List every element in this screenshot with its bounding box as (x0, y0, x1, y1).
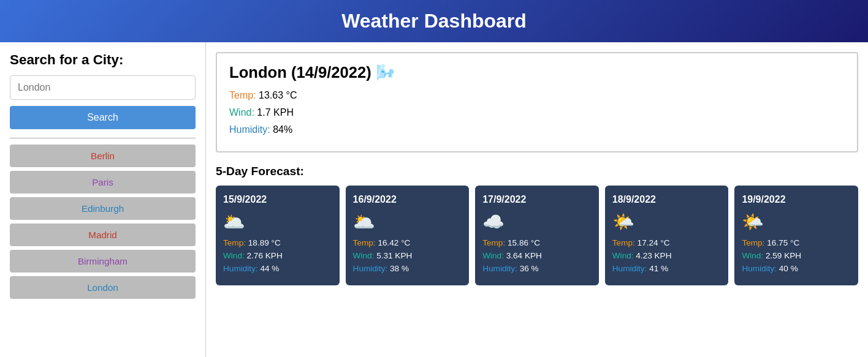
forecast-wind-value: 2.76 KPH (247, 251, 283, 260)
humidity-value: 84% (273, 124, 292, 135)
forecast-card: 19/9/2022 🌤️ Temp: 16.75 °C Wind: 2.59 K… (734, 186, 858, 285)
forecast-wind: Wind: 5.31 KPH (353, 251, 462, 260)
forecast-grid: 15/9/2022 🌥️ Temp: 18.89 °C Wind: 2.76 K… (216, 186, 858, 285)
current-weather-box: London (14/9/2022) 🌬️ Temp: 13.63 °C Win… (216, 52, 858, 152)
forecast-humidity-label: Humidity: (742, 264, 779, 273)
humidity-label: Humidity: (229, 124, 270, 135)
forecast-card: 18/9/2022 🌤️ Temp: 17.24 °C Wind: 4.23 K… (605, 186, 729, 285)
forecast-date: 19/9/2022 (742, 194, 851, 205)
sidebar: Search for a City: Search BerlinParisEdi… (0, 42, 206, 357)
forecast-date: 17/9/2022 (482, 194, 592, 205)
forecast-wind-value: 2.59 KPH (766, 251, 801, 260)
forecast-humidity: Humidity: 41 % (612, 264, 721, 273)
forecast-date: 18/9/2022 (612, 194, 721, 205)
city-list: BerlinParisEdinburghMadridBirminghamLond… (10, 145, 196, 299)
current-wind: Wind: 1.7 KPH (229, 107, 845, 118)
forecast-humidity-value: 41 % (649, 264, 668, 273)
app-header: Weather Dashboard (0, 0, 868, 42)
forecast-humidity-label: Humidity: (482, 264, 519, 273)
search-button[interactable]: Search (10, 106, 196, 129)
main-layout: Search for a City: Search BerlinParisEdi… (0, 42, 868, 357)
city-button[interactable]: Edinburgh (10, 197, 196, 220)
wind-value: 1.7 KPH (257, 107, 294, 118)
city-button[interactable]: Paris (10, 171, 196, 194)
forecast-date: 15/9/2022 (223, 194, 332, 205)
forecast-humidity: Humidity: 40 % (742, 264, 851, 273)
forecast-temp: Temp: 16.42 °C (353, 238, 462, 247)
forecast-wind-label: Wind: (612, 251, 636, 260)
forecast-icon: 🌥️ (223, 211, 332, 232)
forecast-humidity: Humidity: 44 % (223, 264, 332, 273)
forecast-temp-value: 16.42 °C (378, 238, 410, 247)
forecast-temp-label: Temp: (742, 238, 767, 247)
main-content: London (14/9/2022) 🌬️ Temp: 13.63 °C Win… (206, 42, 868, 357)
forecast-humidity-value: 36 % (520, 264, 539, 273)
forecast-icon: 🌤️ (612, 211, 721, 232)
forecast-humidity-label: Humidity: (612, 264, 649, 273)
forecast-wind: Wind: 2.76 KPH (223, 251, 332, 260)
forecast-temp-value: 16.75 °C (767, 238, 799, 247)
forecast-card: 15/9/2022 🌥️ Temp: 18.89 °C Wind: 2.76 K… (216, 186, 340, 285)
current-humidity: Humidity: 84% (229, 124, 845, 135)
forecast-wind-label: Wind: (353, 251, 377, 260)
forecast-humidity-label: Humidity: (223, 264, 260, 273)
app-title: Weather Dashboard (10, 10, 858, 32)
temp-value: 13.63 °C (259, 90, 297, 100)
city-button[interactable]: Birmingham (10, 250, 196, 272)
forecast-humidity-value: 40 % (779, 264, 798, 273)
city-button[interactable]: Madrid (10, 224, 196, 246)
temp-label: Temp: (229, 90, 256, 100)
current-city-title: London (14/9/2022) 🌬️ (229, 63, 845, 81)
forecast-temp-label: Temp: (482, 238, 508, 247)
sidebar-divider (10, 138, 196, 138)
forecast-icon: 🌥️ (353, 211, 462, 232)
forecast-humidity: Humidity: 38 % (353, 264, 462, 273)
forecast-temp-label: Temp: (612, 238, 638, 247)
forecast-title: 5-Day Forecast: (216, 165, 858, 178)
forecast-humidity-label: Humidity: (353, 264, 390, 273)
forecast-temp-label: Temp: (353, 238, 378, 247)
forecast-icon: 🌤️ (742, 211, 851, 232)
forecast-wind-label: Wind: (223, 251, 247, 260)
forecast-wind-label: Wind: (482, 251, 506, 260)
forecast-humidity: Humidity: 36 % (482, 264, 592, 273)
forecast-temp: Temp: 17.24 °C (612, 238, 721, 247)
search-input[interactable] (10, 75, 196, 100)
forecast-temp: Temp: 15.86 °C (482, 238, 592, 247)
forecast-wind-label: Wind: (742, 251, 766, 260)
wind-label: Wind: (229, 107, 254, 118)
forecast-temp-label: Temp: (223, 238, 248, 247)
forecast-wind-value: 4.23 KPH (636, 251, 671, 260)
forecast-temp: Temp: 16.75 °C (742, 238, 851, 247)
forecast-wind-value: 3.64 KPH (506, 251, 542, 260)
forecast-date: 16/9/2022 (353, 194, 462, 205)
current-temp: Temp: 13.63 °C (229, 90, 845, 101)
forecast-card: 16/9/2022 🌥️ Temp: 16.42 °C Wind: 5.31 K… (346, 186, 470, 285)
forecast-humidity-value: 38 % (390, 264, 409, 273)
forecast-wind-value: 5.31 KPH (376, 251, 412, 260)
forecast-card: 17/9/2022 ☁️ Temp: 15.86 °C Wind: 3.64 K… (475, 186, 599, 285)
forecast-wind: Wind: 3.64 KPH (482, 251, 592, 260)
forecast-temp-value: 15.86 °C (508, 238, 540, 247)
forecast-humidity-value: 44 % (260, 264, 279, 273)
forecast-wind: Wind: 2.59 KPH (742, 251, 851, 260)
forecast-temp-value: 18.89 °C (248, 238, 281, 247)
current-weather-icon: 🌬️ (376, 64, 395, 81)
city-button[interactable]: Berlin (10, 145, 196, 167)
current-city-name: London (14/9/2022) (229, 64, 371, 81)
forecast-icon: ☁️ (482, 211, 592, 232)
forecast-temp-value: 17.24 °C (638, 238, 670, 247)
search-section-title: Search for a City: (10, 52, 196, 68)
forecast-temp: Temp: 18.89 °C (223, 238, 332, 247)
city-button[interactable]: London (10, 276, 196, 299)
forecast-wind: Wind: 4.23 KPH (612, 251, 721, 260)
